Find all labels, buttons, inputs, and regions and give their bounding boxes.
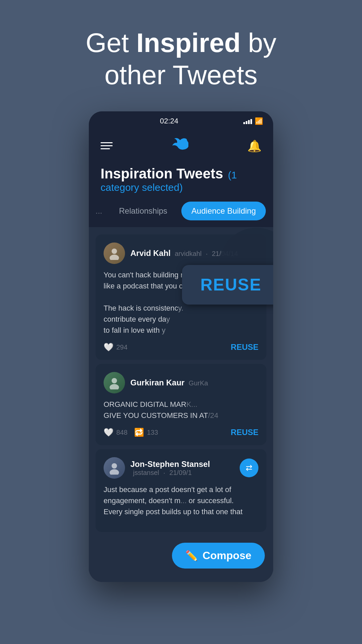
retweet-button-2[interactable]: 🔁 133 [134, 428, 158, 437]
headline: Get Inspired by other Tweets [85, 27, 276, 91]
avatar-placeholder-3 [104, 457, 125, 479]
headline-get: Get [85, 28, 136, 58]
tweet-author-3: Jon-Stephen Stansel [130, 460, 210, 469]
like-count-1: 294 [116, 343, 127, 351]
signal-bar-1 [243, 122, 245, 124]
heart-icon-1: 🤍 [104, 342, 114, 352]
tweet-header-3: Jon-Stephen Stansel jsstansel · 21/09/1 … [104, 457, 258, 479]
compose-icon: ✏️ [185, 550, 198, 561]
tweet-avatar-3 [104, 457, 125, 479]
avatar-placeholder-1 [104, 243, 125, 264]
tweet-handle-3: jsstansel [133, 469, 159, 476]
like-button-2[interactable]: 🤍 848 [104, 428, 127, 437]
wifi-icon: 📶 [255, 117, 263, 125]
app-logo [172, 138, 188, 154]
tweet-handle-1: arvidkahl [175, 250, 201, 257]
signal-bar-2 [246, 121, 247, 124]
svg-point-1 [110, 255, 119, 260]
category-partial: ... [89, 206, 105, 216]
tweets-list: Arvid Kahl arvidkahl · 21/04/14 You can'… [89, 227, 273, 582]
heart-icon-2: 🤍 [104, 428, 114, 437]
tweet-actions-1: 🤍 294 REUSE [104, 342, 258, 352]
signal-icon [243, 118, 252, 124]
category-audience-building[interactable]: Audience Building [181, 202, 266, 220]
notification-button[interactable]: 🔔 [247, 139, 261, 153]
tweet-meta-3: Jon-Stephen Stansel jsstansel · 21/09/1 [130, 460, 234, 477]
tweet-date-3: 21/09/1 [169, 469, 192, 476]
phone-mockup: 02:24 📶 🔔 Inspiration Twe [89, 111, 273, 582]
swipe-overlay: REUSE [182, 265, 273, 305]
tweet-author-2: Gurkiran Kaur [130, 378, 184, 387]
menu-line-2 [101, 145, 113, 146]
menu-line-1 [101, 142, 113, 143]
like-count-2: 848 [116, 429, 127, 436]
reuse-large-text: REUSE [200, 275, 261, 294]
status-bar: 02:24 📶 [89, 111, 273, 131]
tweet-author-1: Arvid Kahl [130, 249, 171, 258]
tweet-shuffle-icon: ⇄ [246, 463, 252, 473]
status-icons: 📶 [243, 117, 263, 125]
tweet-card-3: Jon-Stephen Stansel jsstansel · 21/09/1 … [96, 449, 266, 532]
status-time: 02:24 [160, 117, 178, 125]
tweet-dot-3: · [163, 469, 165, 476]
tweet-text-2: ORGANIC DIGITAL MARK...GIVE YOU CUSTOMER… [104, 399, 258, 421]
tweet-card-1: Arvid Kahl arvidkahl · 21/04/14 You can'… [96, 234, 266, 360]
svg-point-4 [112, 463, 117, 469]
tweet-shuffle-btn[interactable]: ⇄ [240, 459, 258, 477]
category-relationships[interactable]: Relationships [109, 202, 177, 220]
compose-section: ✏️ Compose [89, 536, 273, 579]
tweet-handle-2: GurKa [189, 379, 208, 387]
page-header: Get Inspired by other Tweets [65, 0, 296, 111]
tweet-meta-2: Gurkiran Kaur GurKa [130, 378, 258, 387]
menu-line-3 [101, 148, 110, 149]
svg-point-0 [112, 249, 117, 254]
tweet-dot-1: · [206, 250, 208, 257]
menu-button[interactable] [101, 142, 113, 149]
retweet-icon-2: 🔁 [134, 428, 144, 437]
category-entrepreneurship[interactable]: Entrepreneurship [270, 202, 273, 220]
compose-btn[interactable]: ✏️ Compose [172, 543, 265, 569]
app-header: 🔔 [89, 131, 273, 162]
signal-bar-4 [250, 119, 252, 124]
avatar-placeholder-2 [104, 372, 125, 393]
svg-point-5 [110, 469, 119, 475]
reuse-button-1[interactable]: REUSE [231, 342, 258, 352]
tweet-text-3: Just because a post doesn't get a lot of… [104, 484, 258, 517]
tweet-actions-2: 🤍 848 🔁 133 REUSE [104, 428, 258, 437]
signal-bar-3 [248, 120, 250, 124]
like-button-1[interactable]: 🤍 294 [104, 342, 127, 352]
tweet-header-2: Gurkiran Kaur GurKa [104, 372, 258, 393]
headline-inspired: Inspired [136, 28, 241, 58]
svg-point-3 [110, 384, 119, 389]
tweet-avatar-2 [104, 372, 125, 393]
page-title: Inspiration Tweets [101, 166, 223, 181]
svg-point-2 [112, 378, 117, 383]
headline-other: other Tweets [105, 60, 258, 90]
reuse-button-2[interactable]: REUSE [231, 428, 258, 437]
headline-by: by [241, 28, 277, 58]
categories-bar: ... Relationships Audience Building Entr… [89, 202, 273, 227]
page-title-section: Inspiration Tweets (1 category selected) [89, 162, 273, 202]
tweet-avatar-1 [104, 243, 125, 264]
tweet-card-2: Gurkiran Kaur GurKa ORGANIC DIGITAL MARK… [96, 364, 266, 445]
retweet-count-2: 133 [147, 429, 158, 436]
compose-label: Compose [202, 549, 251, 562]
